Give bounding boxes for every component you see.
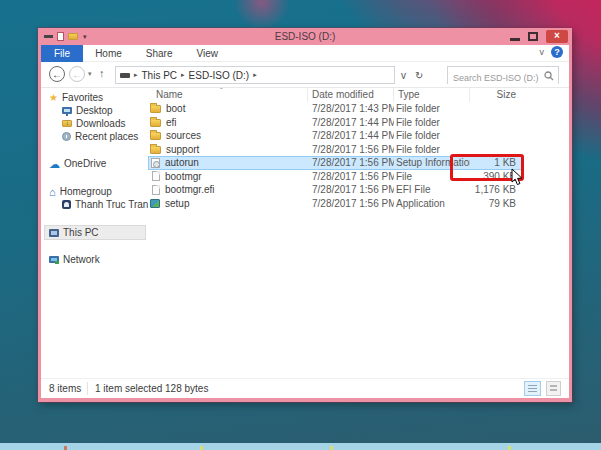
tab-view[interactable]: View — [185, 45, 231, 62]
file-name: autorun — [165, 157, 199, 168]
file-date: 7/28/2017 1:56 PM — [308, 157, 394, 168]
sidebar-item-user[interactable]: Thanh Truc Tran — [45, 198, 145, 211]
this-pc-icon — [49, 229, 59, 237]
column-header-type[interactable]: Type — [394, 88, 470, 102]
star-icon: ★ — [49, 93, 58, 103]
details-view-button[interactable] — [524, 381, 541, 396]
sidebar-item-network[interactable]: Network — [45, 253, 145, 266]
file-type: File folder — [394, 130, 470, 141]
column-header-date-modified[interactable]: Date modified — [308, 88, 394, 102]
sidebar-label: Desktop — [76, 105, 113, 116]
sidebar-item-onedrive[interactable]: ☁ OneDrive — [45, 157, 145, 170]
table-row-efi[interactable]: efi 7/28/2017 1:44 PM File folder — [148, 116, 524, 130]
sort-ascending-icon: ˆ — [220, 84, 223, 98]
file-type: Application — [394, 198, 470, 209]
window-body: File Home Share View v ? ← ← ▾ ↑ ▸ This … — [41, 45, 569, 398]
file-date: 7/28/2017 1:56 PM — [308, 144, 394, 155]
file-name: bootmgr — [165, 171, 202, 182]
table-row-boot[interactable]: boot 7/28/2017 1:43 PM File folder — [148, 102, 524, 116]
ribbon-collapse-icon[interactable]: v — [540, 47, 545, 57]
help-icon[interactable]: ? — [551, 46, 563, 58]
file-type: File folder — [394, 103, 470, 114]
file-name: bootmgr.efi — [165, 184, 214, 195]
breadcrumb-current-drive[interactable]: ESD-ISO (D:) — [189, 70, 250, 81]
sidebar-label: Thanh Truc Tran — [75, 199, 148, 210]
details-view-icon — [528, 385, 537, 392]
search-box — [447, 66, 559, 84]
status-bar: 8 items 1 item selected 128 bytes — [41, 378, 569, 398]
application-icon — [150, 199, 160, 208]
large-icons-view-button[interactable] — [546, 381, 561, 396]
close-button[interactable]: × — [546, 30, 568, 43]
window-title: ESD-ISO (D:) — [38, 31, 572, 42]
progress-tick — [200, 446, 203, 450]
titlebar[interactable]: ▾ ESD-ISO (D:) × — [38, 28, 572, 45]
refresh-icon[interactable]: ↻ — [415, 70, 423, 81]
column-headers: Name ˆ Date modified Type Size — [148, 88, 524, 102]
header-label: Name — [156, 89, 183, 100]
history-dropdown-icon[interactable]: ▾ — [88, 70, 92, 78]
progress-tick — [508, 446, 511, 450]
address-bar: ← ← ▾ ↑ ▸ This PC ▸ ESD-ISO (D:) ▸ v ↻ — [41, 62, 569, 88]
column-header-name[interactable]: Name ˆ — [148, 88, 308, 102]
breadcrumb-separator-icon: ▸ — [134, 71, 138, 79]
search-icon — [544, 71, 554, 81]
downloads-icon — [62, 120, 72, 127]
sidebar-item-favorites[interactable]: ★ Favorites — [45, 91, 145, 104]
large-icons-view-icon — [550, 385, 557, 392]
navigation-pane: ★ Favorites Desktop Downloads Recent pla… — [45, 91, 145, 376]
folder-icon — [150, 119, 161, 127]
mouse-cursor-icon — [511, 168, 524, 186]
item-count: 8 items — [49, 383, 81, 394]
sidebar-label: Homegroup — [60, 186, 112, 197]
column-header-size[interactable]: Size — [470, 88, 524, 102]
file-type: EFI File — [394, 184, 470, 195]
file-name: setup — [165, 198, 189, 209]
onedrive-icon: ☁ — [49, 159, 60, 169]
desktop-icon — [62, 107, 72, 114]
sidebar-item-this-pc[interactable]: This PC — [45, 226, 145, 239]
file-type: File folder — [394, 117, 470, 128]
address-dropdown-icon[interactable]: v — [401, 70, 406, 81]
file-date: 7/28/2017 1:56 PM — [308, 198, 394, 209]
table-row-setup[interactable]: setup 7/28/2017 1:56 PM Application 79 K… — [148, 197, 524, 211]
file-name: sources — [166, 130, 201, 141]
progress-tick — [330, 446, 333, 450]
folder-icon — [150, 105, 161, 113]
sidebar-label: OneDrive — [64, 158, 106, 169]
setup-information-icon — [151, 158, 160, 168]
up-button[interactable]: ↑ — [99, 67, 105, 79]
forward-button[interactable]: ← — [69, 66, 85, 82]
sidebar-item-recent-places[interactable]: Recent places — [45, 130, 145, 143]
desktop: ▾ ESD-ISO (D:) × File Home Share View v … — [0, 0, 601, 450]
sidebar-item-homegroup[interactable]: ⌂ Homegroup — [45, 185, 145, 198]
tab-file[interactable]: File — [41, 45, 83, 62]
sidebar-label: Recent places — [75, 131, 138, 142]
file-icon — [152, 185, 160, 195]
breadcrumb[interactable]: ▸ This PC ▸ ESD-ISO (D:) ▸ — [115, 66, 395, 84]
file-date: 7/28/2017 1:43 PM — [308, 103, 394, 114]
breadcrumb-separator-icon: ▸ — [181, 71, 185, 79]
user-icon — [62, 200, 71, 209]
folder-icon — [150, 146, 161, 154]
sidebar-label: Downloads — [76, 118, 125, 129]
sidebar-label: Favorites — [62, 92, 103, 103]
table-row-bootmgr-efi[interactable]: bootmgr.efi 7/28/2017 1:56 PM EFI File 1… — [148, 183, 524, 197]
back-button[interactable]: ← — [49, 66, 65, 82]
table-row-sources[interactable]: sources 7/28/2017 1:44 PM File folder — [148, 129, 524, 143]
selection-info: 1 item selected 128 bytes — [95, 383, 208, 394]
tab-home[interactable]: Home — [83, 45, 134, 62]
minimize-button[interactable] — [510, 38, 520, 41]
tab-share[interactable]: Share — [134, 45, 185, 62]
sidebar-item-downloads[interactable]: Downloads — [45, 117, 145, 130]
breadcrumb-this-pc[interactable]: This PC — [142, 70, 178, 81]
file-icon — [152, 171, 160, 181]
video-progress-strip[interactable] — [0, 443, 601, 450]
progress-tick — [64, 446, 67, 450]
file-name: support — [166, 144, 199, 155]
explorer-window: ▾ ESD-ISO (D:) × File Home Share View v … — [38, 28, 572, 402]
search-input[interactable] — [448, 70, 558, 86]
folder-icon — [150, 132, 161, 140]
maximize-button[interactable] — [528, 32, 538, 41]
sidebar-item-desktop[interactable]: Desktop — [45, 104, 145, 117]
